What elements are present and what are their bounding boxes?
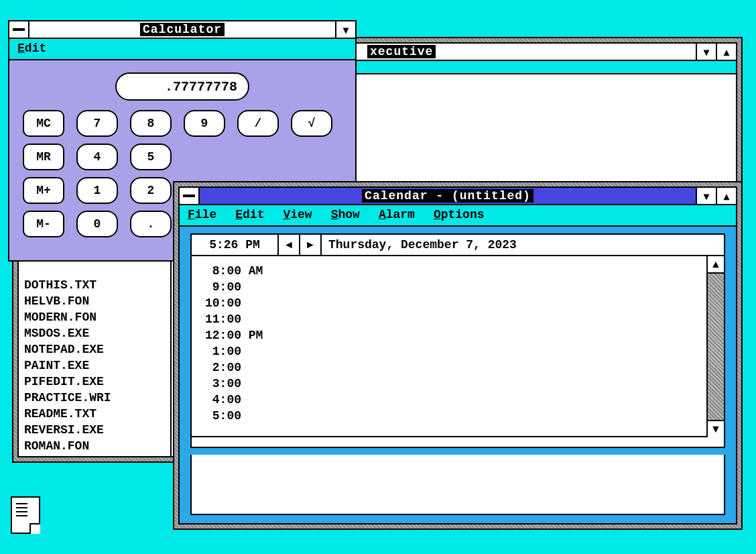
calc-key-9[interactable]: 9 [184, 110, 225, 137]
up-arrow-icon: ▴ [724, 190, 729, 203]
calc-key-MC[interactable]: MC [23, 110, 64, 137]
down-arrow-icon: ▾ [343, 23, 349, 36]
calendar-hour-row[interactable]: 5:00 [205, 408, 693, 424]
calendar-date-bar: 5:26 PM ◄ ► Thursday, December 7, 2023 [190, 233, 725, 256]
minimize-button[interactable]: ▾ [696, 188, 716, 204]
system-menu-button[interactable] [9, 21, 29, 38]
calc-key-/[interactable]: / [237, 110, 279, 137]
file-list-item[interactable]: NOTEPAD.EXE [24, 341, 165, 357]
calendar-hour-row[interactable]: 1:00 [205, 343, 693, 359]
calculator-menubar: Edit [9, 39, 355, 60]
calc-key-MR[interactable]: MR [23, 144, 64, 170]
menu-edit[interactable]: Edit [17, 42, 46, 55]
file-list-item[interactable]: PRACTICE.WRI [24, 390, 165, 406]
down-arrow-icon: ▾ [704, 46, 709, 58]
calc-key-√[interactable]: √ [291, 110, 332, 137]
calendar-window: Calendar - (untitled) ▾ ▴ File Edit View… [173, 181, 743, 530]
calc-key-7[interactable]: 7 [76, 110, 118, 137]
prev-day-button[interactable]: ◄ [279, 235, 300, 255]
calendar-scrollbar[interactable]: ▲ ▼ [706, 256, 724, 437]
down-arrow-icon: ▼ [710, 423, 721, 435]
calculator-display-value: .77777778 [165, 79, 237, 95]
file-list-item[interactable]: README.TXT [24, 406, 165, 422]
calendar-hour-row[interactable]: 4:00 [205, 392, 693, 408]
minimized-document-icon[interactable] [11, 496, 40, 534]
menu-edit[interactable]: Edit [235, 208, 264, 221]
file-list-item[interactable]: MSDOS.EXE [24, 325, 165, 341]
calc-key-1[interactable]: 1 [76, 177, 118, 204]
system-menu-icon [13, 27, 25, 32]
calendar-menubar: File Edit View Show Alarm Options [180, 205, 736, 227]
minimize-button[interactable]: ▾ [335, 21, 355, 38]
file-list-item[interactable]: PAINT.EXE [24, 357, 165, 374]
next-day-button[interactable]: ► [300, 235, 322, 255]
calendar-hour-row[interactable]: 8:00 AM [205, 263, 693, 279]
file-list-item[interactable]: DOTHIS.TXT [24, 277, 165, 293]
current-time: 5:26 PM [192, 235, 279, 255]
svg-rect-1 [183, 195, 195, 197]
menu-view[interactable]: View [283, 208, 312, 221]
calc-key-M-[interactable]: M- [23, 211, 64, 237]
menu-options[interactable]: Options [434, 208, 485, 221]
menu-show[interactable]: Show [331, 208, 360, 221]
system-menu-icon [183, 193, 195, 199]
system-menu-button[interactable] [180, 188, 200, 204]
calendar-hour-list[interactable]: 8:00 AM 9:0010:0011:0012:00 PM 1:00 2:00… [192, 256, 706, 437]
current-date: Thursday, December 7, 2023 [322, 238, 724, 252]
calculator-titlebar[interactable]: Calculator ▾ [9, 21, 355, 39]
calc-key-2[interactable]: 2 [130, 177, 172, 204]
file-list-item[interactable]: HELVB.FON [24, 293, 165, 309]
calc-key-5[interactable]: 5 [130, 144, 172, 170]
minimize-button[interactable]: ▾ [696, 44, 716, 60]
calc-key-4[interactable]: 4 [76, 144, 118, 170]
scrollbar-track[interactable] [708, 274, 724, 420]
calendar-titlebar[interactable]: Calendar - (untitled) ▾ ▴ [180, 188, 736, 205]
menu-file[interactable]: File [188, 208, 216, 221]
calc-key-0[interactable]: 0 [76, 211, 118, 237]
calendar-hour-row[interactable]: 11:00 [205, 311, 693, 327]
file-list-item[interactable]: PIFEDIT.EXE [24, 374, 165, 390]
calendar-title: Calendar - (untitled) [362, 189, 533, 203]
maximize-button[interactable]: ▴ [716, 44, 736, 60]
executive-title: xecutive [367, 45, 436, 58]
svg-rect-0 [13, 28, 25, 31]
maximize-button[interactable]: ▴ [716, 188, 736, 204]
scroll-down-button[interactable]: ▼ [708, 420, 724, 437]
calendar-hour-row[interactable]: 12:00 PM [205, 327, 693, 343]
calculator-title: Calculator [140, 23, 225, 36]
left-arrow-icon: ◄ [284, 239, 294, 251]
calendar-hour-row[interactable]: 2:00 [205, 359, 693, 376]
up-arrow-icon: ▴ [724, 46, 729, 58]
calendar-hour-row[interactable]: 3:00 [205, 376, 693, 392]
menu-alarm[interactable]: Alarm [379, 208, 415, 221]
file-list-item[interactable]: ROMAN.FON [24, 438, 165, 454]
calendar-hour-row[interactable]: 10:00 [205, 295, 693, 311]
up-arrow-icon: ▲ [710, 258, 721, 270]
calc-key-8[interactable]: 8 [130, 110, 172, 137]
calc-key-.[interactable]: . [130, 211, 172, 237]
calc-key-M+[interactable]: M+ [23, 177, 64, 204]
right-arrow-icon: ► [305, 239, 316, 251]
file-list-item[interactable]: REVERSI.EXE [24, 422, 165, 438]
calendar-notes-area[interactable] [190, 455, 725, 515]
calculator-display: .77777778 [115, 72, 249, 101]
calendar-hour-row[interactable]: 9:00 [205, 279, 693, 295]
scroll-up-button[interactable]: ▲ [708, 256, 724, 274]
down-arrow-icon: ▾ [704, 190, 709, 203]
file-list-item[interactable]: MODERN.FON [24, 309, 165, 325]
